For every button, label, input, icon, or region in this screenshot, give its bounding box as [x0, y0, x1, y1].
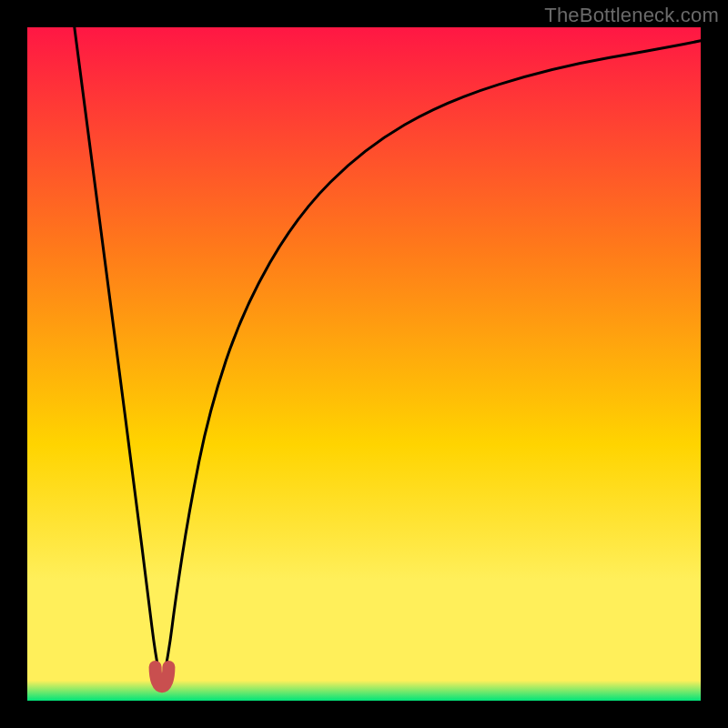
- plot-background: [27, 27, 701, 701]
- bottleneck-chart: [0, 0, 728, 728]
- watermark-text: TheBottleneck.com: [544, 4, 719, 27]
- chart-stage: TheBottleneck.com: [0, 0, 728, 728]
